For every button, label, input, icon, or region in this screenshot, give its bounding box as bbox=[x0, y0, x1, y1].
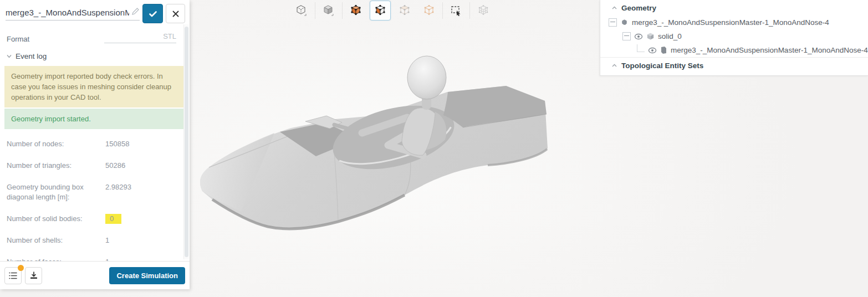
confirm-rename-button[interactable] bbox=[142, 4, 163, 23]
close-panel-button[interactable] bbox=[166, 4, 185, 23]
stat-row: Number of shells: 1 bbox=[0, 229, 190, 251]
toolbar-separator bbox=[469, 2, 470, 19]
event-log-list-button[interactable] bbox=[4, 267, 22, 284]
stat-label: Number of nodes: bbox=[7, 139, 105, 149]
tree-row-body[interactable]: merge3_-_MonoAndSuspensionMaster-1_MonoA… bbox=[600, 43, 868, 57]
tree-label[interactable]: merge3_-_MonoAndSuspensionMaster-1_MonoA… bbox=[632, 18, 829, 27]
stat-row: Number of nodes: 150858 bbox=[0, 133, 190, 155]
shaded-view-cube-icon[interactable] bbox=[318, 1, 339, 21]
visibility-eye-icon[interactable] bbox=[648, 47, 657, 54]
assembly-icon bbox=[620, 18, 629, 27]
chevron-up-icon bbox=[612, 6, 617, 9]
tree-row-solid[interactable]: solid_0 bbox=[600, 29, 868, 43]
box-select-icon[interactable] bbox=[446, 1, 467, 21]
fit-view-cube-icon[interactable] bbox=[291, 1, 312, 21]
format-label: Format bbox=[7, 35, 29, 43]
geometry-stats: Number of nodes: 150858 Number of triang… bbox=[0, 130, 190, 273]
tree-label[interactable]: merge3_-_MonoAndSuspensionMaster-1_MonoA… bbox=[671, 46, 868, 54]
stat-label: Geometry bounding box diagonal length [m… bbox=[7, 182, 105, 202]
title-bar: merge3_-_MonoAndSuspensionMa... bbox=[0, 0, 190, 27]
volume-select-icon[interactable] bbox=[345, 1, 366, 21]
geometry-details-panel: merge3_-_MonoAndSuspensionMa... Format S… bbox=[0, 0, 190, 289]
notification-dot bbox=[18, 265, 24, 271]
format-value-field[interactable]: STL bbox=[104, 32, 176, 43]
viewport-toolbar bbox=[289, 1, 496, 21]
toolbar-separator bbox=[315, 2, 315, 19]
success-message: Geometry import started. bbox=[4, 109, 185, 129]
geometry-section-header[interactable]: Geometry bbox=[600, 0, 868, 16]
topological-entity-sets-label: Topological Entity Sets bbox=[621, 62, 703, 70]
check-icon bbox=[149, 9, 157, 18]
stat-value: 150858 bbox=[105, 139, 183, 149]
cad-model-soapbox-car[interactable] bbox=[197, 50, 557, 238]
format-row: Format STL bbox=[0, 27, 190, 43]
panel-scrollbar[interactable] bbox=[183, 24, 189, 259]
stat-row: Number of triangles: 50286 bbox=[0, 155, 190, 176]
chevron-down-icon bbox=[7, 54, 12, 58]
scene-tree-panel: Geometry merge3_-_MonoAndSuspensionMaste… bbox=[600, 0, 868, 76]
scrollbar-thumb[interactable] bbox=[185, 27, 188, 257]
topological-entity-sets-header[interactable]: Topological Entity Sets bbox=[600, 57, 868, 73]
volume-select-active-icon[interactable] bbox=[370, 1, 391, 21]
toolbar-separator bbox=[442, 2, 443, 19]
mesh-select-icon[interactable] bbox=[473, 1, 494, 21]
stat-value: 2.98293 bbox=[105, 182, 183, 202]
download-button[interactable] bbox=[25, 267, 42, 284]
create-simulation-button[interactable]: Create Simulation bbox=[109, 267, 185, 284]
collapse-expander-icon[interactable] bbox=[609, 18, 617, 27]
geometry-name[interactable]: merge3_-_MonoAndSuspensionMa... bbox=[6, 8, 129, 17]
event-log-header[interactable]: Event log bbox=[0, 43, 190, 65]
stat-value-highlighted: 0 bbox=[105, 214, 183, 224]
collapse-expander-icon[interactable] bbox=[622, 32, 631, 40]
visibility-eye-icon[interactable] bbox=[634, 33, 643, 40]
panel-footer: Create Simulation bbox=[0, 261, 190, 289]
warning-message: Geometry import reported body check erro… bbox=[4, 66, 185, 107]
solid-cube-icon bbox=[646, 32, 655, 40]
tree-row-assembly[interactable]: merge3_-_MonoAndSuspensionMaster-1_MonoA… bbox=[600, 16, 868, 29]
toolbar-separator bbox=[342, 2, 343, 19]
stat-label: Number of triangles: bbox=[7, 161, 105, 171]
geometry-section-label: Geometry bbox=[621, 4, 656, 12]
tree-connector bbox=[637, 44, 645, 52]
face-sheet-icon bbox=[660, 46, 667, 54]
edge-select-icon[interactable] bbox=[418, 1, 440, 21]
close-icon bbox=[172, 11, 179, 17]
stat-label: Number of solid bodies: bbox=[7, 214, 105, 224]
stat-row: Geometry bounding box diagonal length [m… bbox=[0, 176, 190, 208]
chevron-up-icon bbox=[612, 64, 617, 67]
stat-label: Number of shells: bbox=[7, 235, 105, 245]
face-select-icon[interactable] bbox=[394, 1, 415, 21]
event-log-label: Event log bbox=[16, 52, 47, 60]
tree-label[interactable]: solid_0 bbox=[658, 32, 682, 40]
download-icon bbox=[30, 272, 38, 279]
geometry-name-input[interactable]: merge3_-_MonoAndSuspensionMa... bbox=[6, 7, 140, 21]
stat-value: 1 bbox=[105, 235, 183, 245]
edit-pencil-icon[interactable] bbox=[131, 7, 140, 18]
stat-row: Number of solid bodies: 0 bbox=[0, 208, 190, 229]
list-icon bbox=[9, 272, 17, 279]
stat-value: 50286 bbox=[105, 161, 183, 171]
